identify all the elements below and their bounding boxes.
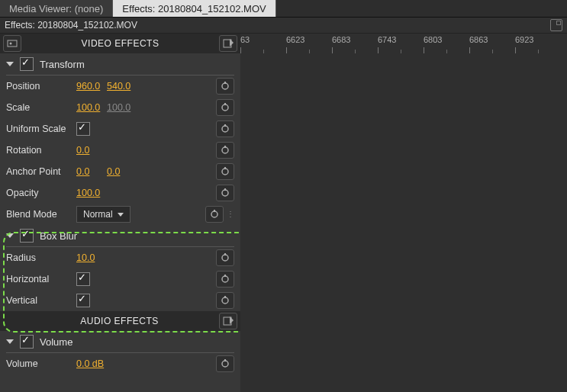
chevron-down-icon[interactable] — [6, 62, 14, 66]
maximize-icon[interactable] — [550, 19, 562, 31]
anchor-row: Anchor Point 0.0 0.0 — [0, 161, 240, 182]
video-effects-title: VIDEO EFFECTS — [21, 38, 219, 49]
opacity-label: Opacity — [6, 188, 76, 198]
svg-rect-4 — [224, 82, 226, 84]
rotation-label: Rotation — [6, 145, 76, 156]
volume-row: Volume 0.0 dB — [0, 353, 240, 374]
rotation-row: Rotation 0.0 — [0, 140, 240, 161]
audio-effects-header: AUDIO EFFECTS — [0, 311, 240, 331]
timeline-ruler[interactable]: 63 6623 6683 6743 6803 6863 6923 — [240, 34, 567, 58]
anchor-keyframe-button[interactable] — [216, 163, 234, 180]
ruler-tick: 6803 — [424, 35, 469, 58]
rotation-value[interactable]: 0.0 — [76, 145, 102, 156]
dropdown-arrow-icon — [118, 213, 124, 217]
rotation-keyframe-button[interactable] — [216, 142, 234, 159]
svg-rect-20 — [224, 275, 226, 277]
panel-sub-header: Effects: 20180804_152102.MOV — [0, 18, 567, 34]
scale-label: Scale — [6, 102, 76, 113]
svg-rect-0 — [8, 40, 17, 47]
scale-x-value[interactable]: 100.0 — [76, 102, 102, 113]
position-x-value[interactable]: 960.0 — [76, 81, 102, 92]
horizontal-label: Horizontal — [6, 274, 76, 284]
blend-mode-label: Blend Mode — [6, 209, 76, 220]
svg-rect-12 — [224, 167, 226, 169]
svg-rect-8 — [224, 124, 226, 127]
horizontal-row: Horizontal — [0, 268, 240, 290]
position-keyframe-button[interactable] — [216, 78, 234, 95]
transform-label: Transform — [40, 59, 85, 70]
svg-point-19 — [222, 276, 228, 282]
svg-point-5 — [222, 104, 228, 111]
vertical-row: Vertical — [0, 290, 240, 311]
transform-group-header[interactable]: Transform — [0, 53, 240, 75]
chevron-down-icon[interactable] — [6, 339, 14, 344]
svg-point-17 — [222, 255, 228, 261]
svg-point-21 — [222, 297, 228, 304]
svg-point-1 — [10, 43, 12, 45]
volume-prop-label: Volume — [6, 358, 76, 369]
tab-media-viewer[interactable]: Media Viewer: (none) — [0, 0, 113, 17]
chevron-down-icon[interactable] — [6, 233, 14, 238]
ruler-tick: 6683 — [332, 35, 378, 58]
position-row: Position 960.0 540.0 — [0, 76, 240, 97]
ruler-tick: 6923 — [515, 35, 561, 58]
video-effects-header: VIDEO EFFECTS — [0, 34, 240, 53]
ruler-tick: 63 — [240, 35, 286, 58]
blend-mode-dropdown[interactable]: Normal — [76, 206, 130, 223]
volume-label: Volume — [40, 336, 72, 348]
radius-keyframe-button[interactable] — [216, 249, 234, 266]
anchor-x-value[interactable]: 0.0 — [76, 166, 102, 177]
uniform-scale-keyframe-button[interactable] — [216, 120, 234, 137]
ruler-tick: 6623 — [286, 35, 332, 58]
volume-value[interactable]: 0.0 dB — [76, 358, 104, 369]
svg-rect-16 — [214, 210, 215, 212]
position-label: Position — [6, 81, 76, 92]
box-blur-group-header[interactable]: Box Blur — [0, 225, 240, 246]
svg-point-11 — [222, 169, 228, 175]
svg-rect-10 — [224, 146, 226, 148]
tab-effects[interactable]: Effects: 20180804_152102.MOV — [113, 0, 275, 17]
svg-rect-6 — [224, 103, 226, 105]
svg-point-3 — [222, 83, 228, 89]
ruler-tick: 6743 — [378, 35, 424, 58]
position-y-value[interactable]: 540.0 — [107, 81, 133, 92]
horizontal-keyframe-button[interactable] — [216, 271, 234, 288]
svg-point-24 — [222, 361, 228, 367]
opacity-value[interactable]: 100.0 — [76, 188, 102, 198]
tab-bar: Media Viewer: (none) Effects: 20180804_1… — [0, 0, 567, 18]
blend-mode-keyframe-button[interactable] — [205, 206, 224, 223]
effects-inspector-panel: VIDEO EFFECTS Transform Position 960.0 5… — [0, 34, 240, 392]
toggle-keyframes-icon[interactable] — [3, 35, 21, 52]
opacity-row: Opacity 100.0 — [0, 182, 240, 204]
volume-keyframe-button[interactable] — [216, 355, 234, 372]
horizontal-checkbox[interactable] — [76, 272, 90, 286]
audio-effects-title: AUDIO EFFECTS — [20, 316, 219, 326]
anchor-label: Anchor Point — [6, 166, 76, 177]
volume-group-header[interactable]: Volume — [0, 331, 240, 352]
add-audio-effect-button[interactable] — [219, 313, 237, 329]
svg-point-7 — [222, 126, 228, 132]
uniform-scale-checkbox[interactable] — [76, 122, 90, 136]
radius-row: Radius 10.0 — [0, 247, 240, 268]
opacity-keyframe-button[interactable] — [216, 185, 234, 201]
volume-enable-checkbox[interactable] — [20, 335, 34, 349]
transform-enable-checkbox[interactable] — [20, 57, 34, 71]
add-video-effect-button[interactable] — [219, 35, 237, 52]
radius-label: Radius — [6, 252, 76, 263]
box-blur-label: Box Blur — [40, 230, 77, 242]
radius-value[interactable]: 10.0 — [76, 252, 102, 263]
uniform-scale-row: Uniform Scale — [0, 118, 240, 140]
scale-keyframe-button[interactable] — [216, 99, 234, 116]
vertical-label: Vertical — [6, 295, 76, 306]
vertical-keyframe-button[interactable] — [216, 292, 234, 309]
anchor-y-value[interactable]: 0.0 — [107, 166, 133, 177]
vertical-checkbox[interactable] — [76, 294, 90, 307]
more-options-icon[interactable]: ⋮ — [227, 213, 234, 216]
box-blur-enable-checkbox[interactable] — [20, 229, 34, 243]
blend-mode-value: Normal — [83, 209, 113, 220]
svg-point-15 — [211, 211, 217, 217]
svg-rect-18 — [224, 253, 226, 255]
timeline-panel: 63 6623 6683 6743 6803 6863 6923 — [240, 34, 567, 392]
svg-rect-22 — [224, 296, 226, 298]
scale-row: Scale 100.0 100.0 — [0, 97, 240, 118]
